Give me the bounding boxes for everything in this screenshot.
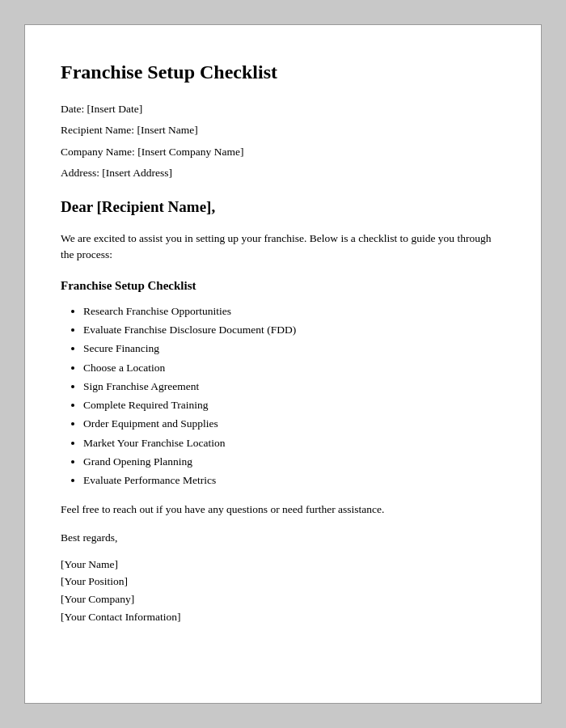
regards-text: Best regards,	[61, 530, 505, 546]
signature-position: [Your Position]	[61, 573, 505, 590]
company-line: Company Name: [Insert Company Name]	[61, 144, 505, 160]
salutation: Dear [Recipient Name],	[61, 196, 505, 219]
list-item: Evaluate Franchise Disclosure Document (…	[83, 322, 505, 338]
list-item: Secure Financing	[83, 341, 505, 357]
list-item: Grand Opening Planning	[83, 454, 505, 470]
checklist-list: Research Franchise OpportunitiesEvaluate…	[83, 303, 505, 489]
signature-company: [Your Company]	[61, 590, 505, 608]
signature-block: [Your Name] [Your Position] [Your Compan…	[61, 556, 505, 625]
signature-contact: [Your Contact Information]	[61, 608, 505, 626]
list-item: Market Your Franchise Location	[83, 435, 505, 451]
date-line: Date: [Insert Date]	[61, 101, 505, 117]
list-item: Choose a Location	[83, 360, 505, 376]
list-item: Evaluate Performance Metrics	[83, 472, 505, 489]
list-item: Order Equipment and Supplies	[83, 416, 505, 432]
checklist-heading: Franchise Setup Checklist	[61, 277, 505, 295]
document-container: Franchise Setup Checklist Date: [Insert …	[24, 24, 542, 704]
list-item: Complete Required Training	[83, 397, 505, 413]
intro-text: We are excited to assist you in setting …	[61, 231, 505, 265]
list-item: Sign Franchise Agreement	[83, 379, 505, 395]
document-title: Franchise Setup Checklist	[61, 57, 505, 87]
recipient-line: Recipient Name: [Insert Name]	[61, 122, 505, 138]
signature-name: [Your Name]	[61, 556, 505, 574]
list-item: Research Franchise Opportunities	[83, 303, 505, 320]
address-line: Address: [Insert Address]	[61, 165, 505, 181]
closing-text: Feel free to reach out if you have any q…	[61, 502, 505, 518]
